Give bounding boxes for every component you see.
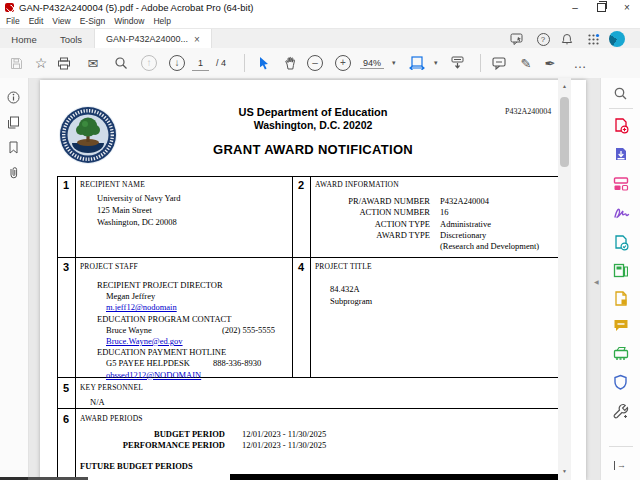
zoom-level-value[interactable]: 94% bbox=[360, 48, 384, 78]
bell-icon[interactable] bbox=[558, 31, 576, 47]
table-border bbox=[75, 176, 76, 480]
toolbar-separator bbox=[244, 54, 245, 72]
fit-dropdown-caret-icon[interactable]: ▾ bbox=[434, 48, 438, 78]
title-bar: GAN-P432A240004 (5).pdf - Adobe Acrobat … bbox=[0, 0, 640, 14]
panel-collapse-icon[interactable]: ◀ bbox=[594, 278, 599, 285]
acrobat-window: GAN-P432A240004 (5).pdf - Adobe Acrobat … bbox=[0, 0, 640, 480]
scroll-up-icon[interactable]: ▲ bbox=[558, 83, 571, 89]
fill-sign-icon[interactable] bbox=[613, 206, 629, 222]
restore-button[interactable] bbox=[588, 0, 614, 14]
sign-pen-icon[interactable]: ✒ bbox=[542, 48, 558, 78]
export-pdf-icon[interactable] bbox=[613, 147, 629, 163]
section-4-label: PROJECT TITLE bbox=[315, 262, 372, 271]
zoom-in-icon[interactable]: + bbox=[335, 48, 351, 78]
section-5-number: 5 bbox=[57, 382, 75, 394]
project-title: 84.432A Subprogram bbox=[330, 283, 372, 307]
previous-page-icon[interactable]: ↑ bbox=[141, 48, 157, 78]
email-icon[interactable]: ✉ bbox=[85, 48, 101, 78]
staff-phone: 888-336-8930 bbox=[213, 358, 261, 369]
cropped-table-row bbox=[230, 474, 560, 480]
select-tool-icon[interactable] bbox=[256, 48, 272, 78]
search-icon[interactable] bbox=[113, 48, 129, 78]
scan-ocr-icon[interactable] bbox=[613, 346, 629, 362]
doc-title: GRANT AWARD NOTIFICATION bbox=[40, 142, 586, 157]
scrollbar-thumb[interactable] bbox=[560, 97, 569, 167]
section-1-number: 1 bbox=[57, 179, 75, 191]
panel-divider bbox=[609, 108, 633, 109]
request-signatures-icon[interactable] bbox=[613, 235, 629, 251]
zoom-out-icon[interactable]: – bbox=[307, 48, 323, 78]
user-avatar[interactable] bbox=[608, 31, 626, 47]
staff-email-link[interactable]: m.jeff12@nodomain bbox=[106, 302, 177, 312]
table-border bbox=[57, 257, 566, 258]
tab-close-icon[interactable]: × bbox=[194, 34, 200, 45]
staff-group-heading: EDUCATION PAYMENT HOTLINE bbox=[97, 347, 297, 358]
section-4-number: 4 bbox=[292, 261, 310, 273]
tab-tools[interactable]: Tools bbox=[48, 29, 94, 49]
staff-email-link[interactable]: Bruce.Wayne@ed.gov bbox=[106, 336, 183, 346]
document-toolbar: ☆ ✉ ↑ ↓ 1 / 4 – + 94% ▾ ▾ ✎ bbox=[0, 48, 640, 79]
zoom-dropdown-caret-icon[interactable]: ▾ bbox=[392, 48, 396, 78]
section-1-label: RECIPIENT NAME bbox=[80, 180, 145, 189]
organize-pages-icon[interactable] bbox=[613, 263, 629, 279]
staff-group-heading: RECIPIENT PROJECT DIRECTOR bbox=[97, 280, 297, 291]
favorite-star-icon[interactable]: ☆ bbox=[33, 48, 49, 78]
expand-panel-icon[interactable]: → bbox=[614, 461, 626, 470]
menu-file[interactable]: File bbox=[6, 16, 20, 26]
comment-tool-icon[interactable] bbox=[613, 318, 629, 334]
section-2-number: 2 bbox=[292, 179, 310, 191]
pdf-page: P432A240004 US Department of Education W… bbox=[40, 80, 586, 480]
menu-esign[interactable]: E-Sign bbox=[80, 16, 106, 26]
page-thumbnails-icon[interactable] bbox=[7, 115, 21, 129]
vertical-scrollbar[interactable]: ▲ ▼ bbox=[558, 78, 571, 480]
section-6-number: 6 bbox=[57, 413, 75, 425]
edit-pdf-icon[interactable] bbox=[613, 176, 629, 192]
main-area: P432A240004 US Department of Education W… bbox=[0, 78, 640, 480]
fit-width-icon[interactable] bbox=[408, 48, 426, 78]
protect-pdf-icon[interactable] bbox=[613, 374, 629, 390]
table-border bbox=[310, 176, 311, 377]
save-icon[interactable] bbox=[8, 48, 24, 78]
restore-icon bbox=[597, 3, 606, 12]
menu-window[interactable]: Window bbox=[114, 16, 144, 26]
minimize-button[interactable]: – bbox=[562, 0, 588, 14]
next-page-icon[interactable]: ↓ bbox=[169, 48, 185, 78]
award-information: PR/AWARD NUMBERP432A240004 ACTION NUMBER… bbox=[320, 196, 560, 252]
staff-group-heading: EDUCATION PROGRAM CONTACT bbox=[97, 314, 297, 325]
close-button[interactable]: × bbox=[614, 0, 640, 14]
project-staff: RECIPIENT PROJECT DIRECTOR Megan Jeffrey… bbox=[97, 280, 297, 381]
tab-home[interactable]: Home bbox=[0, 29, 48, 49]
highlight-pencil-icon[interactable]: ✎ bbox=[518, 48, 534, 78]
print-icon[interactable] bbox=[56, 48, 72, 78]
scroll-down-icon[interactable]: ▼ bbox=[558, 468, 571, 474]
help-icon[interactable]: ? bbox=[534, 31, 552, 47]
staff-name: Bruce Wayne bbox=[106, 325, 152, 335]
tab-document[interactable]: GAN-P432A24000... × bbox=[94, 29, 212, 49]
bookmarks-icon[interactable] bbox=[7, 140, 21, 154]
combine-files-icon[interactable] bbox=[613, 291, 629, 307]
hand-tool-icon[interactable] bbox=[282, 48, 300, 78]
more-tools-icon[interactable] bbox=[613, 403, 629, 419]
page-info-icon[interactable] bbox=[7, 90, 21, 104]
create-pdf-icon[interactable] bbox=[613, 118, 629, 134]
menu-help[interactable]: Help bbox=[153, 16, 170, 26]
menu-bar: File Edit View E-Sign Window Help bbox=[0, 14, 640, 28]
more-options-icon[interactable]: … bbox=[572, 48, 588, 78]
menu-edit[interactable]: Edit bbox=[29, 16, 44, 26]
table-border bbox=[57, 408, 566, 409]
page-count-label: / 4 bbox=[216, 48, 226, 78]
staff-name: Megan Jeffrey bbox=[97, 291, 297, 302]
staff-email-link[interactable]: obssed1212@NODOMAIN bbox=[106, 370, 201, 380]
attachments-icon[interactable] bbox=[7, 165, 21, 179]
page-scrolling-icon[interactable] bbox=[448, 48, 466, 78]
section-5-label: KEY PERSONNEL bbox=[80, 383, 143, 392]
comment-icon[interactable] bbox=[490, 48, 508, 78]
feedback-icon[interactable] bbox=[508, 31, 526, 47]
search-tool-icon[interactable] bbox=[613, 86, 629, 102]
section-3-label: PROJECT STAFF bbox=[80, 262, 138, 271]
page-number-input[interactable]: 1 bbox=[192, 48, 209, 78]
section-2-label: AWARD INFORMATION bbox=[315, 180, 399, 189]
menu-view[interactable]: View bbox=[52, 16, 70, 26]
apps-grid-icon[interactable] bbox=[584, 31, 602, 47]
tab-document-label: GAN-P432A24000... bbox=[106, 34, 188, 44]
